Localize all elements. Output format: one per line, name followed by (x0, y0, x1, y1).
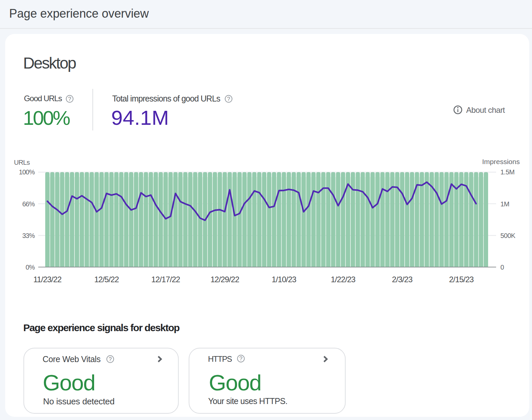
svg-text:2/15/23: 2/15/23 (449, 275, 474, 284)
svg-text:Good URLs: Good URLs (24, 94, 62, 103)
svg-text:Desktop: Desktop (23, 54, 76, 72)
svg-text:66%: 66% (22, 200, 35, 208)
svg-text:12/29/22: 12/29/22 (210, 275, 239, 284)
svg-text:0%: 0% (26, 264, 35, 271)
svg-text:0: 0 (500, 264, 504, 271)
svg-text:11/23/22: 11/23/22 (33, 275, 62, 284)
svg-text:1M: 1M (500, 200, 509, 208)
svg-text:Core Web Vitals: Core Web Vitals (43, 354, 100, 364)
svg-text:?: ? (239, 355, 242, 362)
svg-text:100%: 100% (23, 107, 70, 129)
svg-text:500K: 500K (500, 232, 516, 239)
svg-text:33%: 33% (22, 232, 35, 239)
svg-text:Good: Good (43, 370, 95, 395)
svg-text:1.5M: 1.5M (500, 168, 514, 176)
svg-text:?: ? (227, 96, 230, 102)
svg-text:Your site uses HTTPS.: Your site uses HTTPS. (208, 396, 287, 406)
svg-text:Page experience overview: Page experience overview (9, 7, 149, 20)
svg-text:HTTPS: HTTPS (208, 354, 232, 363)
svg-text:Total impressions of good URLs: Total impressions of good URLs (112, 94, 220, 103)
svg-text:12/5/22: 12/5/22 (94, 275, 119, 284)
svg-text:No issues detected: No issues detected (43, 396, 115, 406)
svg-text:Page experience signals for de: Page experience signals for desktop (23, 322, 180, 333)
svg-text:Impressions: Impressions (482, 158, 520, 165)
svg-text:1/22/23: 1/22/23 (331, 275, 355, 284)
svg-text:2/3/23: 2/3/23 (392, 275, 413, 284)
svg-text:URLs: URLs (14, 159, 30, 166)
svg-text:1/10/23: 1/10/23 (272, 275, 296, 284)
svg-text:100%: 100% (19, 168, 35, 176)
svg-text:94.1M: 94.1M (111, 106, 169, 129)
svg-text:?: ? (68, 96, 71, 102)
svg-text:Good: Good (209, 370, 261, 395)
svg-text:12/17/22: 12/17/22 (151, 275, 180, 284)
svg-text:?: ? (109, 356, 112, 362)
svg-text:About chart: About chart (466, 105, 505, 114)
